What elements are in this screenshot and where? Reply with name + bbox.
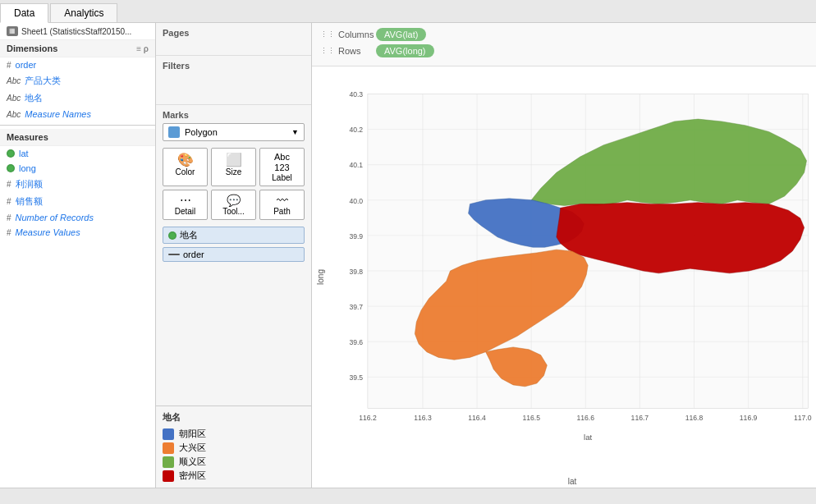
svg-text:116.7: 116.7 (631, 414, 649, 422)
mark-btn-size[interactable]: ⬜ Size (211, 148, 256, 186)
svg-text:40.2: 40.2 (349, 126, 363, 134)
field-name-sales: 销售额 (16, 195, 43, 208)
columns-pill[interactable]: AVG(lat) (376, 28, 426, 41)
shelf-area: ⋮⋮ Columns AVG(lat) ⋮⋮ Rows AVG(long) (312, 23, 816, 66)
svg-text:116.9: 116.9 (740, 414, 758, 422)
dropdown-arrow-icon: ▼ (291, 128, 299, 136)
svg-text:39.8: 39.8 (349, 268, 363, 276)
marks-type-dropdown[interactable]: Polygon ▼ (163, 123, 305, 141)
columns-text: Columns (338, 30, 374, 39)
field-long[interactable]: long (0, 161, 155, 176)
chart-area: ⋮⋮ Columns AVG(lat) ⋮⋮ Rows AVG(long) lo… (312, 23, 816, 488)
detail-icon: ⋯ (165, 194, 205, 207)
field-order[interactable]: # order (0, 57, 155, 72)
field-measure-names[interactable]: Abc Measure Names (0, 107, 155, 121)
rows-shelf: ⋮⋮ Rows AVG(long) (320, 44, 808, 57)
rows-text: Rows (338, 46, 361, 56)
polygon-icon (168, 126, 180, 138)
field-type-abc3: Abc (7, 110, 21, 119)
chart-content: 40.3 40.2 40.1 40.0 39.9 39.8 39.7 39.6 … (328, 66, 816, 488)
columns-shelf: ⋮⋮ Columns AVG(lat) (320, 28, 808, 41)
legend-label-mizhouqu: 密州区 (179, 470, 206, 482)
legend-color-daxingqu (163, 442, 174, 454)
columns-icon: ⋮⋮ (320, 30, 335, 39)
field-type-hash: # (7, 61, 11, 70)
svg-text:39.5: 39.5 (349, 373, 363, 382)
field-sales[interactable]: # 销售额 (0, 193, 155, 210)
field-name-num-records: Number of Records (16, 213, 94, 222)
dimensions-label: Dimensions (7, 44, 57, 53)
field-name-lat: lat (19, 149, 29, 158)
pages-section: Pages (156, 23, 311, 56)
rows-icon: ⋮⋮ (320, 47, 335, 55)
field-name-category: 产品大类 (25, 75, 61, 87)
field-diname[interactable]: Abc 地名 (0, 89, 155, 107)
dimensions-header: Dimensions ≡ ρ (0, 40, 155, 57)
field-name-order: order (16, 60, 37, 70)
size-icon: ⬜ (213, 152, 254, 167)
field-name-long: long (19, 163, 36, 173)
marks-section: Marks Polygon ▼ 🎨 Color ⬜ Size (156, 105, 311, 405)
y-axis-label: long (316, 269, 325, 285)
color-icon: 🎨 (165, 152, 205, 167)
svg-text:39.9: 39.9 (349, 232, 363, 241)
measures-label: Measures (7, 132, 48, 142)
app-container: Data Analytics ▦ Sheet1 (StatisticsStaff… (0, 0, 816, 504)
svg-text:116.8: 116.8 (685, 414, 704, 422)
field-measure-values[interactable]: # Measure Values (0, 225, 155, 240)
svg-text:116.4: 116.4 (468, 414, 486, 422)
field-name-profit: 利润额 (16, 178, 43, 190)
field-profit[interactable]: # 利润额 (0, 176, 155, 193)
rows-label: ⋮⋮ Rows (320, 46, 369, 56)
legend-item-chaoyangqu: 朝阳区 (163, 427, 305, 441)
filters-label: Filters (163, 61, 305, 71)
legend-item-mizhouqu: 密州区 (163, 469, 305, 483)
rows-pill[interactable]: AVG(long) (376, 44, 434, 57)
viz-container: long (312, 66, 816, 488)
svg-text:117.0: 117.0 (794, 414, 812, 422)
field-type-hash4: # (7, 213, 11, 222)
field-name-diname: 地名 (25, 92, 43, 104)
legend-item-daxingqu: 大兴区 (163, 441, 305, 455)
svg-text:40.0: 40.0 (349, 197, 363, 205)
tab-data[interactable]: Data (0, 3, 48, 23)
left-panel: ▦ Sheet1 (StatisticsStaff20150... Dimens… (0, 23, 156, 488)
mark-btn-tooltip[interactable]: 💬 Tool... (211, 190, 256, 220)
tooltip-icon: 💬 (213, 194, 254, 207)
mark-btn-color[interactable]: 🎨 Color (163, 148, 208, 186)
marks-type-label: Polygon (185, 127, 218, 137)
legend-color-chaoyangqu (163, 428, 174, 440)
field-type-hash5: # (7, 228, 11, 237)
geo-icon-long (7, 164, 15, 172)
chart-plot-area: 40.3 40.2 40.1 40.0 39.9 39.8 39.7 39.6 … (328, 66, 816, 475)
size-label: Size (226, 167, 241, 176)
mark-btn-label[interactable]: Abc123 Label (259, 148, 305, 186)
mark-btn-detail[interactable]: ⋯ Detail (163, 190, 208, 220)
chart-svg: 40.3 40.2 40.1 40.0 39.9 39.8 39.7 39.6 … (328, 66, 816, 475)
svg-text:lat: lat (584, 433, 592, 442)
section-divider (0, 125, 155, 126)
shelf-order-label: order (183, 250, 204, 259)
field-lat[interactable]: lat (0, 146, 155, 161)
svg-text:116.2: 116.2 (359, 414, 377, 422)
shelf-order[interactable]: order (163, 247, 305, 262)
label-label: Label (272, 173, 291, 182)
tab-analytics[interactable]: Analytics (50, 3, 117, 22)
field-type-abc: Abc (7, 76, 21, 85)
svg-text:116.6: 116.6 (577, 414, 595, 422)
label-icon: Abc123 (262, 152, 302, 173)
marks-buttons: 🎨 Color ⬜ Size Abc123 Label ⋯ Detail (163, 148, 305, 220)
svg-text:39.6: 39.6 (349, 338, 363, 346)
field-type-abc2: Abc (7, 94, 21, 103)
mark-btn-path[interactable]: 〰 Path (259, 190, 305, 220)
geo-icon-lat (7, 149, 15, 158)
middle-panel: Pages Filters Marks Polygon ▼ 🎨 Color (156, 23, 312, 488)
dimensions-icons: ≡ ρ (136, 44, 149, 53)
svg-text:116.3: 116.3 (414, 414, 432, 422)
tooltip-label: Tool... (222, 207, 245, 216)
shelf-diname[interactable]: 地名 (163, 227, 305, 244)
field-num-records[interactable]: # Number of Records (0, 210, 155, 225)
columns-label: ⋮⋮ Columns (320, 30, 369, 39)
field-category[interactable]: Abc 产品大类 (0, 72, 155, 89)
source-label: ▦ Sheet1 (StatisticsStaff20150... (0, 23, 155, 40)
